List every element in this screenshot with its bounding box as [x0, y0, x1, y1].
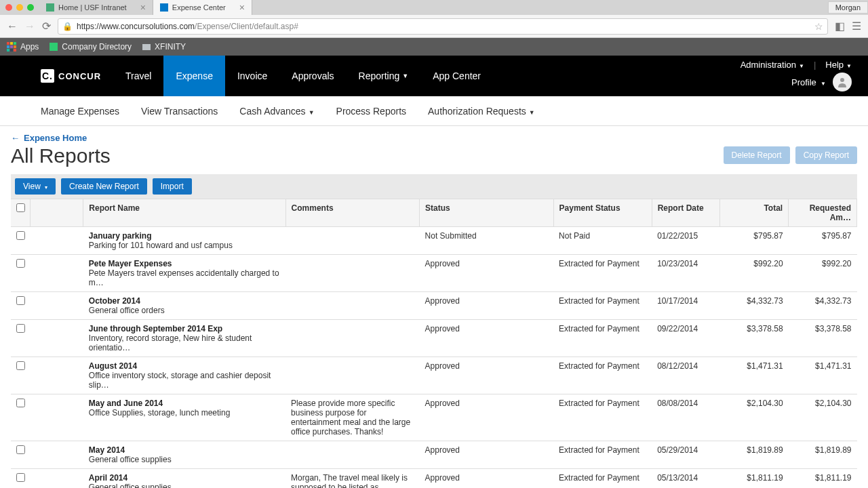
- nav-invoice[interactable]: Invoice: [225, 56, 279, 96]
- table-row[interactable]: May 2014General office suppliesApprovedE…: [11, 441, 857, 469]
- close-tab-icon[interactable]: ×: [140, 2, 146, 13]
- concur-logo-icon: C.: [41, 69, 54, 83]
- row-checkbox[interactable]: [16, 259, 25, 268]
- url-path: /Expense/Client/default.asp#: [195, 22, 298, 31]
- column-report-date[interactable]: Report Date: [652, 199, 720, 227]
- table-row[interactable]: April 2014General office suppliesMorgan,…: [11, 469, 857, 489]
- row-checkbox[interactable]: [16, 399, 25, 407]
- subnav-manage-expenses[interactable]: Manage Expenses: [41, 106, 130, 117]
- row-checkbox[interactable]: [16, 445, 25, 454]
- report-name[interactable]: April 2014: [89, 473, 280, 483]
- table-row[interactable]: January parkingParking for 101 howard an…: [11, 227, 857, 255]
- nav-expense[interactable]: Expense: [163, 56, 224, 96]
- select-all-checkbox[interactable]: [16, 203, 25, 212]
- avatar[interactable]: [833, 73, 852, 92]
- forward-icon[interactable]: →: [24, 20, 35, 33]
- nav-reporting[interactable]: Reporting▼: [347, 56, 421, 96]
- nav-travel[interactable]: Travel: [113, 56, 163, 96]
- table-row[interactable]: August 2014Office inventory stock, stora…: [11, 357, 857, 394]
- close-tab-icon[interactable]: ×: [239, 2, 245, 13]
- subnav-cash-advances[interactable]: Cash Advances▼: [229, 106, 325, 117]
- table-row[interactable]: June through September 2014 ExpInventory…: [11, 320, 857, 357]
- breadcrumb[interactable]: ← Expense Home: [11, 133, 87, 143]
- concur-logo[interactable]: C. CONCUR: [0, 56, 113, 96]
- report-total: $4,332.73: [720, 292, 789, 320]
- close-window-icon[interactable]: [5, 4, 12, 11]
- column-total[interactable]: Total: [720, 199, 789, 227]
- column-payment-status[interactable]: Payment Status: [553, 199, 652, 227]
- lock-icon: 🔒: [62, 22, 73, 31]
- report-name[interactable]: May and June 2014: [89, 399, 280, 408]
- column-comments[interactable]: Comments: [285, 199, 420, 227]
- report-date: 08/08/2014: [652, 394, 720, 441]
- url-host: https://www.concursolutions.com: [77, 22, 195, 31]
- bookmark-star-icon[interactable]: ☆: [814, 21, 823, 32]
- chevron-down-icon: ▼: [402, 73, 408, 79]
- create-new-report-button[interactable]: Create New Report: [61, 178, 147, 195]
- requested-amount: $1,819.89: [789, 441, 857, 469]
- nav-approvals[interactable]: Approvals: [279, 56, 346, 96]
- report-status: Approved: [420, 255, 554, 292]
- browser-tab-inactive[interactable]: Home | USF Intranet ×: [39, 0, 153, 15]
- import-button[interactable]: Import: [153, 178, 192, 195]
- browser-user-chip[interactable]: Morgan: [828, 1, 868, 14]
- table-row[interactable]: October 2014General office ordersApprove…: [11, 292, 857, 320]
- report-name[interactable]: June through September 2014 Exp: [89, 324, 280, 333]
- view-dropdown-button[interactable]: View ▾: [15, 178, 56, 195]
- delete-report-button[interactable]: Delete Report: [724, 146, 790, 164]
- requested-amount: $3,378.58: [789, 320, 857, 357]
- subnav-view-transactions[interactable]: View Transactions: [130, 106, 229, 117]
- report-comments: Please provide more specific business pu…: [285, 394, 420, 441]
- column-status[interactable]: Status: [420, 199, 554, 227]
- back-icon[interactable]: ←: [7, 20, 18, 33]
- profile-menu[interactable]: Profile ▼: [791, 77, 826, 87]
- subnav-authorization-requests[interactable]: Authorization Requests▼: [417, 106, 546, 117]
- report-comments: [285, 357, 420, 394]
- admin-menu[interactable]: Administration▼: [741, 60, 804, 70]
- select-all-header[interactable]: [11, 199, 30, 227]
- report-date: 08/12/2014: [652, 357, 720, 394]
- extension-icon[interactable]: ◧: [835, 20, 845, 33]
- menu-icon[interactable]: ☰: [852, 20, 861, 33]
- report-date: 09/22/2014: [652, 320, 720, 357]
- report-name[interactable]: May 2014: [89, 445, 280, 455]
- row-checkbox[interactable]: [16, 361, 25, 370]
- maximize-window-icon[interactable]: [27, 4, 34, 11]
- row-checkbox[interactable]: [16, 296, 25, 305]
- help-menu[interactable]: Help▼: [825, 60, 852, 70]
- subnav-process-reports[interactable]: Process Reports: [326, 106, 417, 117]
- report-total: $1,471.31: [720, 357, 789, 394]
- address-bar[interactable]: 🔒 https://www.concursolutions.com/Expens…: [58, 18, 828, 35]
- payment-status: Extracted for Payment: [553, 357, 652, 394]
- payment-status: Extracted for Payment: [553, 255, 652, 292]
- payment-status: Extracted for Payment: [553, 320, 652, 357]
- bookmark-apps[interactable]: Apps: [7, 42, 39, 52]
- column-report-name[interactable]: Report Name: [83, 199, 285, 227]
- table-row[interactable]: Pete Mayer ExpensesPete Mayers travel ex…: [11, 255, 857, 292]
- requested-amount: $1,811.19: [789, 469, 857, 489]
- reload-icon[interactable]: ⟳: [42, 20, 51, 33]
- report-name[interactable]: Pete Mayer Expenses: [89, 259, 280, 268]
- window-controls[interactable]: [0, 4, 39, 11]
- minimize-window-icon[interactable]: [16, 4, 23, 11]
- bookmark-company-directory[interactable]: Company Directory: [50, 42, 132, 52]
- report-status: Approved: [420, 394, 554, 441]
- requested-amount: $1,471.31: [789, 357, 857, 394]
- report-date: 05/13/2014: [652, 469, 720, 489]
- report-name[interactable]: January parking: [89, 231, 280, 241]
- row-checkbox[interactable]: [16, 473, 25, 482]
- row-checkbox[interactable]: [16, 324, 25, 333]
- svg-rect-2: [7, 42, 9, 45]
- report-name[interactable]: October 2014: [89, 296, 280, 306]
- table-row[interactable]: May and June 2014Office Supplies, storag…: [11, 394, 857, 441]
- svg-rect-10: [14, 49, 16, 52]
- copy-report-button[interactable]: Copy Report: [795, 146, 857, 164]
- row-checkbox[interactable]: [16, 231, 25, 240]
- report-total: $795.87: [720, 227, 789, 255]
- bookmark-xfinity[interactable]: XFINITY: [142, 42, 186, 52]
- browser-tab-active[interactable]: Expense Center ×: [153, 0, 252, 15]
- report-name[interactable]: August 2014: [89, 361, 280, 371]
- column-requested-amount[interactable]: Requested Am…: [789, 199, 857, 227]
- report-date: 10/17/2014: [652, 292, 720, 320]
- nav-app-center[interactable]: App Center: [420, 56, 493, 96]
